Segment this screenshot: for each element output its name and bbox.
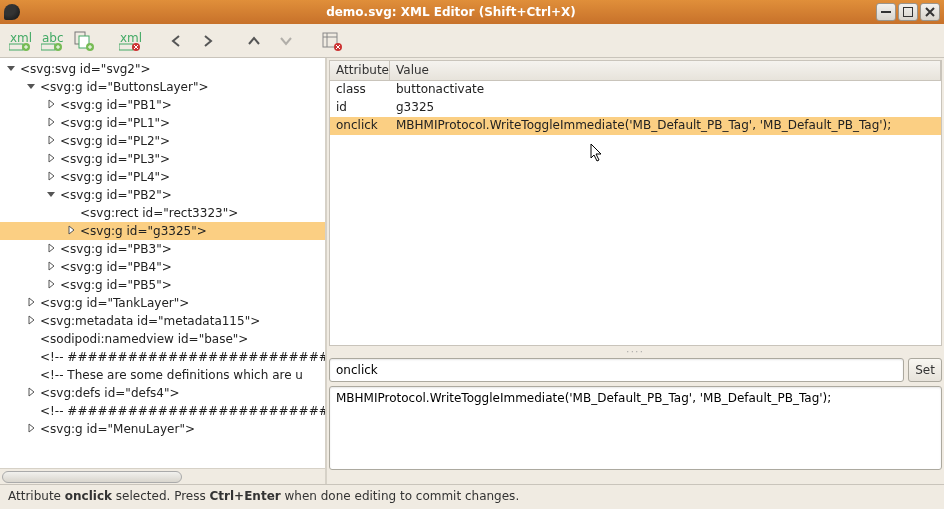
tree-row[interactable]: <svg:g id="PB4"> — [0, 258, 325, 276]
down-button[interactable] — [272, 27, 300, 55]
svg-text:abc: abc — [42, 31, 63, 45]
tree-row-label: <svg:g id="PB2"> — [60, 188, 172, 202]
tree-row-label: <svg:g id="MenuLayer"> — [40, 422, 195, 436]
chevron-right-icon[interactable] — [46, 279, 58, 291]
attribute-header-name[interactable]: Attribute — [330, 61, 390, 80]
set-button[interactable]: Set — [908, 358, 942, 382]
tree-row[interactable]: <!-- ################################ — [0, 348, 325, 366]
tree-row[interactable]: <svg:rect id="rect3323"> — [0, 204, 325, 222]
attribute-name-cell: class — [330, 81, 390, 99]
tree-row[interactable]: <svg:g id="PB2"> — [0, 186, 325, 204]
statusbar: Attribute onclick selected. Press Ctrl+E… — [0, 484, 944, 508]
chevron-right-icon[interactable] — [26, 387, 38, 399]
svg-text:xml: xml — [10, 31, 31, 45]
tree-row-label: <!-- ################################ — [40, 350, 325, 364]
chevron-right-icon[interactable] — [26, 297, 38, 309]
delete-attribute-button[interactable] — [318, 27, 346, 55]
vertical-splitter[interactable]: ···· — [327, 348, 944, 356]
attribute-pane: Attribute Value classbuttonactivateidg33… — [327, 58, 944, 484]
attribute-row[interactable]: onclickMBHMIProtocol.WriteToggleImmediat… — [330, 117, 941, 135]
tree-row[interactable]: <svg:metadata id="metadata115"> — [0, 312, 325, 330]
maximize-button[interactable] — [898, 3, 918, 21]
svg-text:xml: xml — [120, 31, 141, 45]
xml-tree[interactable]: <svg:svg id="svg2"><svg:g id="ButtonsLay… — [0, 58, 325, 468]
tree-row-label: <!-- These are some definitions which ar… — [40, 368, 303, 382]
chevron-right-icon[interactable] — [46, 171, 58, 183]
chevron-right-icon[interactable] — [46, 117, 58, 129]
tree-row[interactable]: <svg:g id="PL2"> — [0, 132, 325, 150]
status-attr-name: onclick — [65, 489, 112, 503]
tree-row-label: <svg:g id="PB4"> — [60, 260, 172, 274]
attribute-row[interactable]: classbuttonactivate — [330, 81, 941, 99]
tree-row-label: <!-- ################################ — [40, 404, 325, 418]
chevron-right-icon[interactable] — [26, 315, 38, 327]
scrollbar-thumb[interactable] — [2, 471, 182, 483]
tree-row[interactable]: <svg:defs id="defs4"> — [0, 384, 325, 402]
tree-row[interactable]: <svg:svg id="svg2"> — [0, 60, 325, 78]
window-titlebar: demo.svg: XML Editor (Shift+Ctrl+X) — [0, 0, 944, 24]
chevron-right-icon[interactable] — [46, 243, 58, 255]
tree-row[interactable]: <svg:g id="MenuLayer"> — [0, 420, 325, 438]
status-middle: selected. Press — [112, 489, 210, 503]
tree-row[interactable]: <svg:g id="PL4"> — [0, 168, 325, 186]
chevron-down-icon[interactable] — [6, 63, 18, 75]
horizontal-scrollbar[interactable] — [0, 468, 325, 484]
tree-row-label: <svg:g id="PL2"> — [60, 134, 170, 148]
toolbar: xml abc xml — [0, 24, 944, 58]
main-split: <svg:svg id="svg2"><svg:g id="ButtonsLay… — [0, 58, 944, 484]
tree-row-label: <svg:g id="PB5"> — [60, 278, 172, 292]
minimize-button[interactable] — [876, 3, 896, 21]
chevron-down-icon[interactable] — [26, 81, 38, 93]
tree-row-label: <svg:metadata id="metadata115"> — [40, 314, 260, 328]
tree-row-label: <sodipodi:namedview id="base"> — [40, 332, 248, 346]
tree-row-label: <svg:g id="PB1"> — [60, 98, 172, 112]
tree-row[interactable]: <svg:g id="PB5"> — [0, 276, 325, 294]
tree-row-label: <svg:g id="PL4"> — [60, 170, 170, 184]
close-button[interactable] — [920, 3, 940, 21]
next-button[interactable] — [194, 27, 222, 55]
up-button[interactable] — [240, 27, 268, 55]
tree-row-label: <svg:g id="ButtonsLayer"> — [40, 80, 209, 94]
attribute-row[interactable]: idg3325 — [330, 99, 941, 117]
attribute-name-cell: id — [330, 99, 390, 117]
attribute-value-cell: g3325 — [390, 99, 941, 117]
window-title: demo.svg: XML Editor (Shift+Ctrl+X) — [26, 5, 876, 19]
chevron-right-icon[interactable] — [46, 135, 58, 147]
tree-row[interactable]: <!-- ################################ — [0, 402, 325, 420]
tree-row[interactable]: <!-- These are some definitions which ar… — [0, 366, 325, 384]
tree-row-label: <svg:g id="PL3"> — [60, 152, 170, 166]
attribute-header-value[interactable]: Value — [390, 61, 941, 80]
tree-row[interactable]: <svg:g id="TankLayer"> — [0, 294, 325, 312]
tree-row[interactable]: <svg:g id="ButtonsLayer"> — [0, 78, 325, 96]
tree-row[interactable]: <svg:g id="PB3"> — [0, 240, 325, 258]
tree-row[interactable]: <svg:g id="g3325"> — [0, 222, 325, 240]
svg-rect-1 — [903, 7, 913, 17]
delete-node-button[interactable]: xml — [116, 27, 144, 55]
tree-row-label: <svg:g id="PL1"> — [60, 116, 170, 130]
status-key: Ctrl+Enter — [210, 489, 281, 503]
window-controls — [876, 3, 940, 21]
attribute-name-cell: onclick — [330, 117, 390, 135]
tree-row[interactable]: <svg:g id="PL3"> — [0, 150, 325, 168]
tree-row-label: <svg:g id="g3325"> — [80, 224, 207, 238]
prev-button[interactable] — [162, 27, 190, 55]
tree-row-label: <svg:defs id="defs4"> — [40, 386, 180, 400]
attribute-table-body[interactable]: classbuttonactivateidg3325onclickMBHMIPr… — [330, 81, 941, 345]
attribute-value-textarea[interactable] — [329, 386, 942, 470]
tree-row-label: <svg:rect id="rect3323"> — [80, 206, 238, 220]
tree-row[interactable]: <sodipodi:namedview id="base"> — [0, 330, 325, 348]
attribute-name-input[interactable] — [329, 358, 904, 382]
attribute-editor: Set — [329, 358, 942, 473]
chevron-right-icon[interactable] — [46, 261, 58, 273]
tree-row[interactable]: <svg:g id="PL1"> — [0, 114, 325, 132]
chevron-right-icon[interactable] — [26, 423, 38, 435]
chevron-right-icon[interactable] — [46, 99, 58, 111]
new-element-node-button[interactable]: xml — [6, 27, 34, 55]
chevron-right-icon[interactable] — [46, 153, 58, 165]
tree-row[interactable]: <svg:g id="PB1"> — [0, 96, 325, 114]
chevron-down-icon[interactable] — [46, 189, 58, 201]
attribute-table: Attribute Value classbuttonactivateidg33… — [329, 60, 942, 346]
duplicate-node-button[interactable] — [70, 27, 98, 55]
chevron-right-icon[interactable] — [66, 225, 78, 237]
new-text-node-button[interactable]: abc — [38, 27, 66, 55]
